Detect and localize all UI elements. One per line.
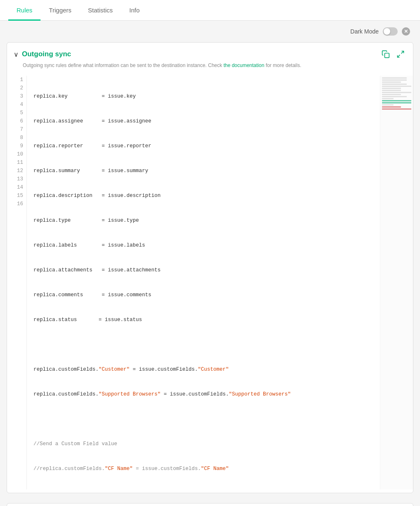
outgoing-collapse-icon[interactable]: ∨	[14, 50, 19, 58]
dark-mode-bar: Dark Mode ✕	[0, 21, 420, 42]
tab-triggers[interactable]: Triggers	[41, 0, 79, 21]
dark-mode-label: Dark Mode	[351, 28, 379, 35]
dark-mode-close[interactable]: ✕	[402, 27, 410, 36]
toggle-thumb	[384, 28, 390, 35]
dark-mode-toggle[interactable]	[383, 27, 398, 36]
outgoing-line-numbers: 12345 678910 1112131415 16	[7, 76, 27, 489]
outgoing-code-content[interactable]: replica.key = issue.key replica.assignee…	[27, 76, 380, 489]
tab-rules[interactable]: Rules	[8, 0, 41, 21]
outgoing-code-area: 12345 678910 1112131415 16 replica.key =…	[7, 72, 413, 493]
tab-info[interactable]: Info	[121, 0, 148, 21]
svg-rect-0	[385, 53, 389, 58]
tabs-bar: Rules Triggers Statistics Info	[0, 0, 420, 21]
outgoing-desc: Outgoing sync rules define what informat…	[7, 62, 413, 72]
outgoing-minimap	[380, 76, 413, 489]
outgoing-header: ∨ Outgoing sync	[7, 43, 413, 62]
tab-statistics[interactable]: Statistics	[80, 0, 121, 21]
outgoing-expand-button[interactable]	[395, 48, 406, 60]
incoming-header: ∨ Incoming sync	[7, 504, 413, 506]
outgoing-header-left: ∨ Outgoing sync	[14, 50, 71, 58]
outgoing-title: Outgoing sync	[22, 50, 71, 58]
outgoing-sync-panel: ∨ Outgoing sync Outgoing sync rules defi…	[7, 42, 413, 493]
outgoing-copy-button[interactable]	[380, 48, 391, 60]
outgoing-panel-icons	[380, 48, 406, 60]
svg-line-1	[401, 51, 404, 54]
svg-line-2	[398, 55, 400, 58]
incoming-sync-panel: ∨ Incoming sync Incoming sync rules defi…	[7, 503, 413, 506]
outgoing-doc-link[interactable]: the documentation	[224, 62, 265, 68]
